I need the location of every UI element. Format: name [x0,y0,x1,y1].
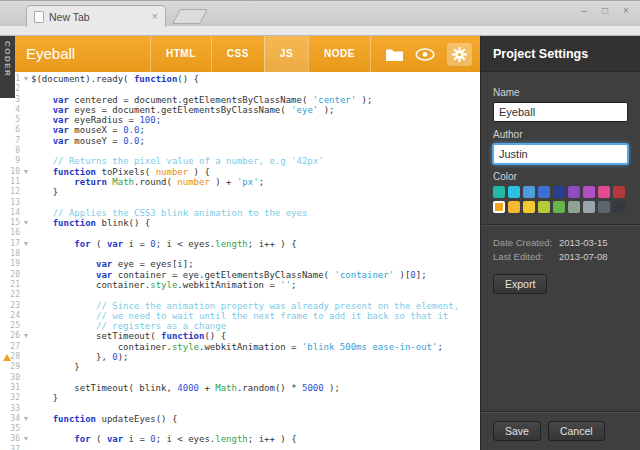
line-number: 19 [0,259,24,269]
code-line-1[interactable]: 1$(document).ready( function() { [0,74,480,84]
fold-gutter [24,239,31,249]
color-swatch-5[interactable] [568,186,580,198]
color-swatch-3[interactable] [538,186,550,198]
code-line-22[interactable]: 22 [0,290,480,300]
code-line-23[interactable]: 23 // Since the animation property was a… [0,301,480,311]
code-line-21[interactable]: 21 container.style.webkitAnimation = ''; [0,280,480,290]
color-swatch-11[interactable] [523,201,535,213]
code-line-20[interactable]: 20 var container = eye.getElementsByClas… [0,270,480,280]
line-number: 20 [0,270,24,280]
code-line-8[interactable]: 8 [0,146,480,156]
code-line-29[interactable]: 29 } [0,362,480,372]
fold-gutter [24,228,31,238]
color-swatch-9[interactable] [493,201,505,213]
fold-gutter [24,270,31,280]
code-line-11[interactable]: 11 return Math.round( number ) + 'px'; [0,177,480,187]
code-text: container.style.webkitAnimation = ''; [31,280,297,290]
eye-icon[interactable] [415,48,435,61]
tab-node[interactable]: NODE [308,36,371,72]
code-line-24[interactable]: 24 // we need to wait until the next fra… [0,311,480,321]
color-swatch-6[interactable] [583,186,595,198]
code-line-13[interactable]: 13 [0,198,480,208]
code-line-33[interactable]: 33 [0,404,480,414]
code-line-15[interactable]: 15 function blink() { [0,218,480,228]
tab-close-icon[interactable]: × [152,11,158,22]
browser-toolbar [0,26,640,36]
export-button[interactable]: Export [493,274,547,294]
window-maximize-button[interactable]: □ [599,5,611,16]
fold-gutter [24,105,31,115]
code-line-34[interactable]: 34 function updateEyes() { [0,414,480,424]
code-line-36[interactable]: 36 for ( var i = 0; i < eyes.length; i++… [0,434,480,444]
color-swatch-7[interactable] [598,186,610,198]
settings-title: Project Settings [481,36,640,72]
color-swatch-12[interactable] [538,201,550,213]
cancel-button[interactable]: Cancel [548,421,605,441]
code-line-25[interactable]: 25 // registers as a change [0,321,480,331]
code-line-5[interactable]: 5 var eyeRadius = 100; [0,115,480,125]
code-text: function updateEyes() { [31,414,177,424]
color-swatch-0[interactable] [493,186,505,198]
color-swatch-10[interactable] [508,201,520,213]
color-swatch-2[interactable] [523,186,535,198]
code-line-37[interactable]: 37 [0,445,480,450]
author-field[interactable] [493,144,628,164]
color-swatch-17[interactable] [613,201,625,213]
code-line-16[interactable]: 16 [0,228,480,238]
color-swatch-16[interactable] [598,201,610,213]
header-tabs: HTMLCSSJSNODE [150,36,371,72]
window-minimize-button[interactable]: – [578,5,590,16]
name-field[interactable] [493,102,628,122]
code-line-26[interactable]: 26 setTimeout( function() { [0,331,480,341]
fold-marker-icon[interactable] [24,437,28,441]
tab-js[interactable]: JS [264,36,308,72]
code-line-30[interactable]: 30 [0,373,480,383]
fold-marker-icon[interactable] [24,77,28,81]
color-label: Color [493,171,628,182]
tab-css[interactable]: CSS [211,36,264,72]
code-line-17[interactable]: 17 for ( var i = 0; i < eyes.length; i++… [0,239,480,249]
code-line-14[interactable]: 14 // Applies the CSS3 blink animation t… [0,208,480,218]
color-swatch-1[interactable] [508,186,520,198]
browser-tab[interactable]: New Tab × [26,5,166,27]
tab-html[interactable]: HTML [150,36,211,72]
tab-strip: New Tab × – □ × [0,0,640,26]
fold-marker-icon[interactable] [24,334,28,338]
fold-marker-icon[interactable] [24,221,28,225]
code-line-9[interactable]: 9 // Returns the pixel value of a number… [0,156,480,166]
color-swatch-4[interactable] [553,186,565,198]
line-number: 29 [0,362,24,372]
settings-gear-icon[interactable] [447,43,472,66]
code-text: // registers as a change [31,321,226,331]
code-line-19[interactable]: 19 var eye = eyes[i]; [0,259,480,269]
code-line-12[interactable]: 12 } [0,187,480,197]
code-text: // we need to wait until the next frame … [31,311,448,321]
window-close-button[interactable]: × [620,5,632,16]
code-line-32[interactable]: 32 } [0,393,480,403]
code-line-7[interactable]: 7 var mouseY = 0.0; [0,136,480,146]
code-line-6[interactable]: 6 var mouseX = 0.0; [0,125,480,135]
code-line-4[interactable]: 4 var eyes = document.getElementsByClass… [0,105,480,115]
fold-marker-icon[interactable] [24,170,28,174]
code-line-31[interactable]: 31 setTimeout( blink, 4000 + Math.random… [0,383,480,393]
color-swatch-13[interactable] [553,201,565,213]
code-line-28[interactable]: 28 }, 0); [0,352,480,362]
line-number: 30 [0,373,24,383]
color-swatch-8[interactable] [613,186,625,198]
code-line-2[interactable]: 2 [0,84,480,94]
fold-gutter [24,331,31,341]
save-button[interactable]: Save [493,421,541,441]
code-line-35[interactable]: 35 [0,424,480,434]
fold-marker-icon[interactable] [24,417,28,421]
color-swatch-14[interactable] [568,201,580,213]
fold-marker-icon[interactable] [24,242,28,246]
code-line-10[interactable]: 10 function toPixels( number ) { [0,167,480,177]
code-editor[interactable]: 1$(document).ready( function() {23 var c… [0,72,480,450]
code-line-18[interactable]: 18 [0,249,480,259]
new-tab-button[interactable] [172,9,208,24]
code-line-27[interactable]: 27 container.style.webkitAnimation = 'bl… [0,342,480,352]
folder-icon[interactable] [386,48,403,61]
code-line-3[interactable]: 3 var centered = document.getElementsByC… [0,95,480,105]
code-text: for ( var i = 0; i < eyes.length; i++ ) … [31,239,297,249]
color-swatch-15[interactable] [583,201,595,213]
